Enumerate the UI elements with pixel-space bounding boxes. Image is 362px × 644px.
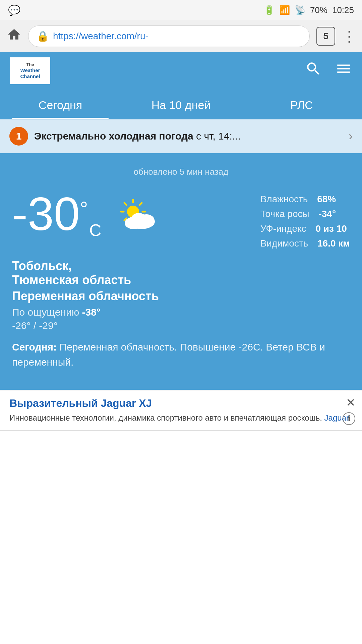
lock-icon: 🔒 [37, 30, 49, 42]
degree-symbol: ° [80, 197, 88, 220]
signal-icon: 📡 [295, 5, 305, 15]
detail-humidity: Влажность 68% [260, 194, 350, 205]
ad-content: Выразительный Jaguar XJ Инновационные те… [9, 397, 353, 424]
battery-icon: 🔋 [264, 5, 275, 15]
high-low: -26° / -29° [12, 320, 350, 331]
alert-banner[interactable]: 1 Экстремально холодная погода с чт, 14:… [0, 119, 362, 153]
svg-point-12 [131, 213, 146, 224]
feels-like: По ощущению -38° [12, 307, 350, 318]
ad-title[interactable]: Выразительный Jaguar XJ [9, 397, 353, 410]
alert-badge: 1 [9, 127, 28, 146]
forecast-summary: Сегодня: Переменная облачность. Повышени… [12, 339, 350, 370]
weather-left-info: Тобольск, Тюменская область Переменная о… [12, 259, 350, 370]
battery-percent: 70% [310, 5, 327, 15]
logo-text: The Weather Channel [20, 62, 40, 79]
ad-info-button[interactable]: ℹ [343, 412, 355, 425]
more-menu-button[interactable]: ⋮ [342, 28, 355, 45]
wifi-icon: 📶 [279, 5, 290, 15]
weather-details-right: Влажность 68% Точка росы -34° УФ-индекс … [260, 194, 350, 249]
status-bar-right: 🔋 📶 📡 70% 10:25 [264, 5, 354, 15]
temperature-unit: С [89, 221, 101, 240]
ad-description: Инновационные технологии, динамика спорт… [9, 412, 353, 424]
alert-text: Экстремально холодная погода с чт, 14:..… [34, 130, 343, 142]
alert-arrow-icon: › [349, 129, 353, 143]
tab-radar[interactable]: РЛС [241, 89, 362, 119]
detail-dewpoint: Точка росы -34° [260, 209, 350, 219]
tab-10days[interactable]: На 10 дней [121, 89, 241, 119]
weather-top: -30 ° С [12, 191, 350, 249]
logo: The Weather Channel [10, 57, 50, 84]
svg-line-5 [124, 203, 126, 205]
search-button[interactable] [305, 60, 322, 81]
weather-bottom: Тобольск, Тюменская область Переменная о… [12, 259, 350, 370]
browser-bar: 🔒 https://weather.com/ru- 5 ⋮ [0, 20, 362, 52]
detail-uv: УФ-индекс 0 из 10 [260, 223, 350, 234]
app-header: The Weather Channel [0, 52, 362, 89]
weather-icon-area [115, 197, 162, 235]
header-icons [305, 60, 352, 81]
status-bar: 💬 🔋 📶 📡 70% 10:25 [0, 0, 362, 20]
weather-main: обновлено 5 мин назад -30 ° С [0, 153, 362, 390]
ad-close-button[interactable]: ✕ [346, 396, 355, 409]
status-bar-left: 💬 [8, 4, 20, 16]
tab-today[interactable]: Сегодня [0, 89, 121, 119]
tab-count-button[interactable]: 5 [316, 27, 335, 46]
detail-visibility: Видимость 16.0 км [260, 238, 350, 249]
ad-banner: Выразительный Jaguar XJ Инновационные те… [0, 390, 362, 431]
time-display: 10:25 [332, 5, 354, 15]
url-bar[interactable]: 🔒 https://weather.com/ru- [28, 25, 310, 47]
url-text: https://weather.com/ru- [53, 31, 148, 42]
home-button[interactable] [7, 27, 21, 45]
condition-text: Переменная облачность [12, 289, 350, 303]
city-name: Тобольск, Тюменская область [12, 259, 350, 287]
chat-icon: 💬 [8, 4, 20, 16]
svg-line-7 [140, 203, 142, 205]
menu-button[interactable] [335, 60, 352, 81]
temperature-display: -30 ° С [12, 191, 101, 240]
temperature-value: -30 [12, 191, 80, 237]
partly-cloudy-icon [115, 197, 162, 234]
tabs-bar: Сегодня На 10 дней РЛС [0, 89, 362, 119]
updated-text: обновлено 5 мин назад [12, 167, 350, 177]
